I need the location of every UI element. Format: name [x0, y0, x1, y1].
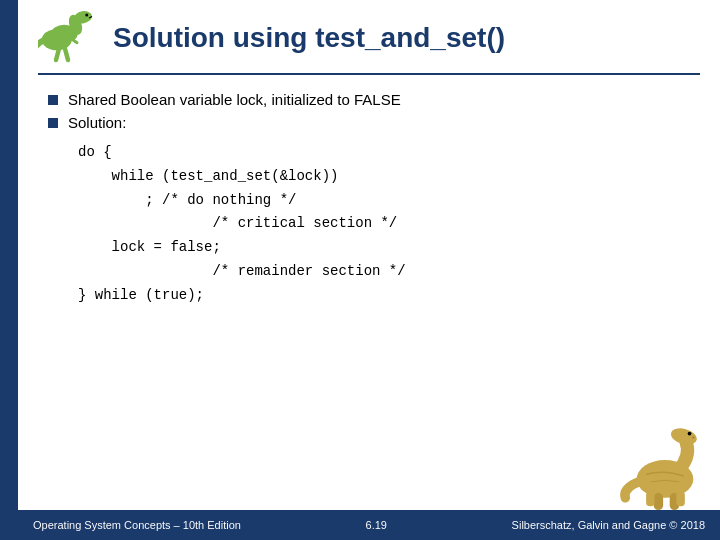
slide-header: Solution using test_and_set() [38, 10, 700, 75]
svg-line-6 [56, 49, 59, 60]
svg-rect-16 [676, 491, 685, 506]
svg-line-7 [65, 49, 68, 60]
bullet-text-1: Shared Boolean variable lock, initialize… [68, 91, 401, 108]
left-accent-bar [0, 0, 18, 540]
svg-point-12 [692, 436, 694, 438]
svg-point-3 [85, 14, 88, 17]
svg-point-5 [42, 29, 72, 50]
footer-edition: Operating System Concepts – 10th Edition [33, 519, 241, 531]
footer-page: 6.19 [366, 519, 387, 531]
bottom-dinosaur-icon [615, 427, 715, 512]
slide-footer: Operating System Concepts – 10th Edition… [18, 510, 720, 540]
svg-rect-13 [654, 493, 663, 510]
footer-copyright: Silberschatz, Galvin and Gagne © 2018 [512, 519, 705, 531]
slide-body: Shared Boolean variable lock, initialize… [38, 91, 700, 308]
bullet-item-1: Shared Boolean variable lock, initialize… [48, 91, 700, 108]
svg-rect-15 [646, 491, 655, 506]
bullet-square-1 [48, 95, 58, 105]
slide-title: Solution using test_and_set() [113, 22, 505, 54]
bullet-square-2 [48, 118, 58, 128]
svg-point-11 [688, 432, 692, 436]
bullet-item-2: Solution: [48, 114, 700, 131]
code-block: do { while (test_and_set(&lock)) ; /* do… [78, 141, 700, 308]
bullet-text-2: Solution: [68, 114, 126, 131]
top-dinosaur-icon [38, 10, 98, 65]
